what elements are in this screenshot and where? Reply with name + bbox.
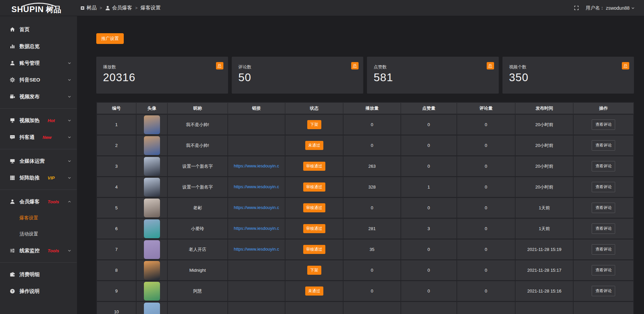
sidebar-item-account-management[interactable]: 账号管理 <box>0 55 77 71</box>
stat-card-label: 视频个数 <box>509 64 630 70</box>
cell-actions: 查看评论 <box>574 240 634 260</box>
sidebar-subitem-baoke-settings[interactable]: 爆客设置 <box>0 210 77 226</box>
badge-tools: Tools <box>48 199 59 204</box>
sidebar-menu: 首页 数据总览 账号管理 抖音SEO 视频发布 视频加热 Hot 抖客通 New… <box>0 16 77 314</box>
view-comments-button[interactable]: 查看评论 <box>592 286 615 296</box>
cell-id: 3 <box>96 156 137 177</box>
cell-comments: 0 <box>457 177 516 198</box>
user-icon <box>9 199 15 205</box>
user-icon <box>9 60 15 66</box>
sidebar-item-operation-guide[interactable]: ? 操作说明 <box>0 283 77 300</box>
sidebar-item-omnimedia-operation[interactable]: 全媒体运营 <box>0 153 77 169</box>
breadcrumb-item[interactable]: 会员爆客 <box>105 5 132 11</box>
breadcrumb: 树品>会员爆客>爆客设置 <box>80 5 161 11</box>
cell-plays <box>343 302 401 314</box>
user-menu[interactable]: 用户名：zswodun88 <box>586 5 635 11</box>
column-header: 点赞量 <box>401 102 457 115</box>
cell-nickname <box>168 302 228 314</box>
grid-icon <box>9 175 15 181</box>
cell-status: 审核通过 <box>285 198 343 219</box>
sidebar-item-consumption-details[interactable]: 消费明细 <box>0 266 77 283</box>
stat-card-value: 50 <box>238 71 359 84</box>
view-comments-button[interactable]: 查看评论 <box>592 182 615 192</box>
cell-plays: 0 <box>343 198 401 219</box>
avatar <box>144 282 160 301</box>
sidebar-divider <box>0 149 77 149</box>
svg-text:?: ? <box>11 289 13 293</box>
sidebar-item-home[interactable]: 首页 <box>0 21 77 38</box>
sidebar-item-member-baoke[interactable]: 会员爆客 Tools <box>0 193 77 210</box>
sidebar-item-douketong[interactable]: 抖客通 New <box>0 129 77 146</box>
cell-likes: 0 <box>401 136 457 156</box>
status-badge: 审核通过 <box>303 203 325 212</box>
cell-nickname: 老彬 <box>168 198 228 219</box>
table-row: 2 我不是小帅! 未通过 0 0 0 20小时前 查看评论 <box>96 136 634 156</box>
cell-actions <box>574 302 634 314</box>
member-table: 编号头像昵称链接状态播放量点赞量评论量发布时间操作 1 我不是小帅! 下架 0 … <box>96 102 634 314</box>
cell-id: 1 <box>96 115 137 136</box>
breadcrumb-separator: > <box>100 6 102 10</box>
chevron-down-icon <box>67 176 71 180</box>
chevron-down-icon <box>67 78 71 82</box>
status-badge: 审核通过 <box>303 224 325 233</box>
cell-nickname: 设置一个新名字 <box>168 177 228 198</box>
cell-link: https://www.iesdouyin.c <box>228 240 286 260</box>
video-link[interactable]: https://www.iesdouyin.c <box>234 184 279 189</box>
monitor-icon <box>9 158 15 164</box>
video-link[interactable]: https://www.iesdouyin.c <box>234 163 279 168</box>
table-row: 10 <box>96 302 634 314</box>
video-link[interactable]: https://www.iesdouyin.c <box>234 205 279 210</box>
fullscreen-icon[interactable] <box>574 5 579 10</box>
breadcrumb-item[interactable]: 树品 <box>80 5 97 11</box>
cell-link <box>228 115 286 136</box>
table-row: 1 我不是小帅! 下架 0 0 0 20小时前 查看评论 <box>96 115 634 136</box>
avatar <box>144 199 160 217</box>
table-row: 9 阿慧 未通过 0 0 0 2021-11-28 15:16 查看评论 <box>96 281 634 302</box>
stat-card-label: 播放数 <box>103 64 223 70</box>
promotion-settings-button[interactable]: 推广设置 <box>96 33 124 44</box>
cell-id: 6 <box>96 219 137 240</box>
cell-plays: 328 <box>343 177 401 198</box>
status-badge: 审核通过 <box>303 162 325 171</box>
chevron-down-icon <box>67 159 71 163</box>
video-link[interactable]: https://www.iesdouyin.c <box>234 247 279 252</box>
cell-plays: 35 <box>343 240 401 260</box>
sidebar-item-matrix-boost[interactable]: 矩阵助推 VIP <box>0 169 77 186</box>
view-comments-button[interactable]: 查看评论 <box>592 244 615 255</box>
breadcrumb-item[interactable]: 爆客设置 <box>141 5 161 11</box>
chevron-down-icon <box>67 249 71 253</box>
view-comments-button[interactable]: 查看评论 <box>592 119 615 130</box>
chart-icon <box>9 44 15 49</box>
sidebar-item-video-publish[interactable]: 视频发布 <box>0 88 77 105</box>
view-comments-button[interactable]: 查看评论 <box>592 223 615 234</box>
cell-link <box>228 302 286 314</box>
view-comments-button[interactable]: 查看评论 <box>592 203 615 213</box>
cell-comments: 0 <box>457 260 516 281</box>
view-comments-button[interactable]: 查看评论 <box>592 265 615 275</box>
cell-actions: 查看评论 <box>574 219 634 240</box>
cell-comments: 0 <box>457 115 516 136</box>
sidebar-item-data-overview[interactable]: 数据总览 <box>0 38 77 55</box>
view-comments-button[interactable]: 查看评论 <box>592 140 615 151</box>
total-badge: 总 <box>487 62 494 69</box>
avatar <box>144 178 160 197</box>
column-header: 状态 <box>285 102 343 115</box>
user-icon <box>105 5 110 11</box>
sidebar-subitem-activity-settings[interactable]: 活动设置 <box>0 226 77 242</box>
cell-status: 下架 <box>285 260 343 281</box>
avatar <box>144 115 160 134</box>
cell-status: 未通过 <box>285 281 343 302</box>
cell-publish-time: 20小时前 <box>516 115 574 136</box>
sidebar-item-clue-monitor[interactable]: 线索监控 Tools <box>0 242 77 259</box>
view-comments-button[interactable]: 查看评论 <box>592 161 615 171</box>
grid-square-icon <box>80 6 85 10</box>
stat-card: 评论数 50 总 <box>232 57 364 94</box>
stat-card-label: 点赞数 <box>374 64 494 70</box>
chevron-down-icon <box>67 95 71 99</box>
sidebar-item-video-heating[interactable]: 视频加热 Hot <box>0 112 77 129</box>
stat-card-value: 350 <box>509 71 630 84</box>
sidebar-item-douyin-seo[interactable]: 抖音SEO <box>0 71 77 88</box>
chevron-down-icon <box>67 135 71 139</box>
cell-likes <box>401 302 457 314</box>
video-link[interactable]: https://www.iesdouyin.c <box>234 226 279 231</box>
